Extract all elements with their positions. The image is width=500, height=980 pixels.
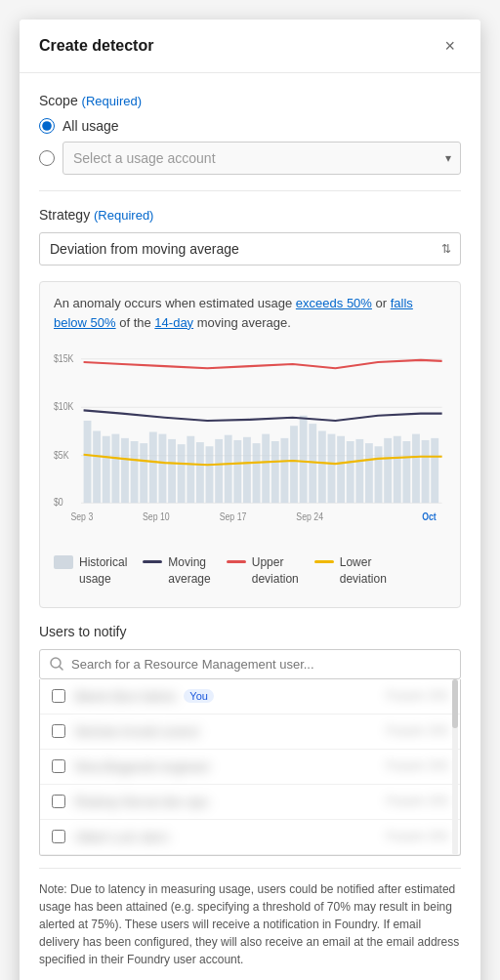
user-search-input[interactable] bbox=[71, 657, 450, 672]
scrollbar-thumb[interactable] bbox=[452, 679, 458, 728]
svg-text:$15K: $15K bbox=[54, 352, 74, 364]
anomaly-chart: $15K $10K $5K $0 bbox=[54, 344, 446, 539]
scrollbar-track bbox=[452, 679, 458, 855]
svg-rect-20 bbox=[196, 442, 204, 503]
anomaly-description: An anomaly occurs when estimated usage e… bbox=[54, 294, 446, 332]
search-icon bbox=[50, 657, 63, 671]
svg-rect-35 bbox=[337, 436, 345, 503]
legend-lower-label: Lowerdeviation bbox=[340, 554, 387, 588]
user-row: Martin Burt Admin You Paladin 555 bbox=[40, 679, 460, 715]
modal-title: Create detector bbox=[39, 37, 153, 55]
svg-rect-16 bbox=[158, 434, 166, 504]
svg-text:Oct: Oct bbox=[422, 510, 437, 522]
legend-lower: Lowerdeviation bbox=[314, 554, 387, 588]
strategy-select-wrapper: Deviation from moving average ⇅ bbox=[39, 232, 461, 265]
user-info-1: Nichole Arnold control bbox=[75, 724, 377, 739]
scope-all-usage-radio[interactable] bbox=[39, 118, 55, 134]
user-list: Martin Burt Admin You Paladin 555 Nichol… bbox=[39, 679, 461, 856]
svg-rect-24 bbox=[233, 440, 241, 503]
svg-text:$10K: $10K bbox=[54, 401, 74, 413]
user-row: Nina Boganski engineer Paladin 555 bbox=[40, 750, 460, 785]
scope-required-badge: (Required) bbox=[82, 94, 142, 108]
svg-rect-28 bbox=[271, 441, 279, 503]
user-tag-0: You bbox=[184, 689, 214, 703]
svg-text:$0: $0 bbox=[54, 497, 63, 509]
modal-header: Create detector × bbox=[20, 20, 480, 73]
user-checkbox-3[interactable] bbox=[52, 795, 65, 808]
svg-rect-11 bbox=[111, 434, 119, 504]
svg-rect-9 bbox=[93, 430, 101, 503]
user-info-4: Albert Lum stern bbox=[75, 830, 377, 844]
scope-account-radio[interactable] bbox=[39, 150, 55, 166]
user-info-0: Martin Burt Admin You bbox=[75, 689, 377, 704]
legend-moving: Movingaverage bbox=[143, 554, 210, 588]
modal-body: Scope (Required) All usage Select a usag… bbox=[20, 73, 480, 980]
scope-section-label: Scope (Required) bbox=[39, 93, 461, 108]
users-section: Users to notify Martin Burt Admin You bbox=[39, 624, 461, 980]
users-label: Users to notify bbox=[39, 624, 461, 639]
svg-rect-19 bbox=[187, 436, 194, 503]
svg-text:Sep 3: Sep 3 bbox=[70, 510, 93, 522]
historical-swatch bbox=[54, 555, 73, 569]
strategy-section-label: Strategy (Required) bbox=[39, 207, 461, 223]
svg-rect-12 bbox=[121, 438, 129, 503]
user-row: Nichole Arnold control Paladin 555 bbox=[40, 715, 460, 750]
exceeds-link[interactable]: exceeds 50% bbox=[296, 296, 372, 310]
svg-rect-27 bbox=[262, 434, 270, 504]
scope-radio-group: All usage Select a usage account ▾ bbox=[39, 118, 461, 175]
upper-swatch bbox=[227, 560, 246, 563]
svg-rect-21 bbox=[206, 446, 214, 503]
svg-rect-22 bbox=[215, 439, 223, 503]
svg-rect-30 bbox=[290, 426, 298, 503]
svg-rect-38 bbox=[365, 443, 373, 503]
svg-text:Sep 17: Sep 17 bbox=[220, 510, 247, 522]
anomaly-info-box: An anomaly occurs when estimated usage e… bbox=[39, 281, 461, 608]
svg-rect-37 bbox=[355, 439, 363, 503]
svg-rect-31 bbox=[300, 416, 308, 503]
svg-rect-13 bbox=[131, 441, 139, 503]
scope-divider bbox=[39, 190, 461, 191]
strategy-required-badge: (Required) bbox=[94, 208, 153, 223]
svg-rect-39 bbox=[375, 446, 383, 503]
legend-historical-label: Historicalusage bbox=[79, 554, 127, 588]
scope-account-option[interactable]: Select a usage account ▾ bbox=[39, 142, 461, 175]
svg-rect-43 bbox=[412, 434, 420, 504]
svg-rect-45 bbox=[431, 438, 438, 503]
svg-rect-33 bbox=[318, 430, 326, 503]
svg-rect-10 bbox=[103, 436, 110, 503]
strategy-select[interactable]: Deviation from moving average bbox=[39, 232, 461, 265]
scope-all-usage-label: All usage bbox=[62, 118, 119, 134]
user-checkbox-1[interactable] bbox=[52, 724, 65, 738]
days-link[interactable]: 14-day bbox=[154, 315, 193, 330]
scope-all-usage-option[interactable]: All usage bbox=[39, 118, 461, 134]
svg-rect-29 bbox=[280, 438, 288, 503]
svg-rect-17 bbox=[168, 439, 176, 503]
user-search-box[interactable] bbox=[39, 649, 461, 679]
chart-legend: Historicalusage Movingaverage Upperdevia… bbox=[54, 547, 446, 595]
close-button[interactable]: × bbox=[438, 35, 461, 57]
svg-rect-15 bbox=[149, 432, 157, 504]
svg-rect-25 bbox=[243, 437, 251, 503]
user-checkbox-0[interactable] bbox=[52, 689, 65, 703]
legend-upper: Upperdeviation bbox=[227, 554, 299, 588]
svg-line-52 bbox=[60, 667, 62, 670]
usage-account-select[interactable]: Select a usage account bbox=[62, 142, 461, 175]
svg-text:Sep 10: Sep 10 bbox=[143, 510, 170, 522]
svg-rect-18 bbox=[178, 444, 186, 503]
svg-rect-40 bbox=[384, 438, 392, 503]
svg-rect-14 bbox=[140, 443, 147, 503]
svg-rect-23 bbox=[225, 435, 232, 503]
chart-svg: $15K $10K $5K $0 bbox=[54, 344, 446, 539]
legend-historical: Historicalusage bbox=[54, 554, 127, 588]
svg-rect-34 bbox=[328, 434, 336, 504]
legend-upper-label: Upperdeviation bbox=[252, 554, 299, 588]
svg-rect-44 bbox=[422, 440, 430, 503]
strategy-section: Strategy (Required) Deviation from movin… bbox=[39, 207, 461, 265]
svg-rect-26 bbox=[253, 443, 261, 503]
user-checkbox-2[interactable] bbox=[52, 759, 65, 773]
moving-swatch bbox=[143, 560, 162, 563]
svg-rect-41 bbox=[394, 436, 401, 503]
user-checkbox-4[interactable] bbox=[52, 830, 65, 843]
svg-rect-42 bbox=[402, 441, 410, 503]
svg-text:$5K: $5K bbox=[54, 449, 69, 461]
